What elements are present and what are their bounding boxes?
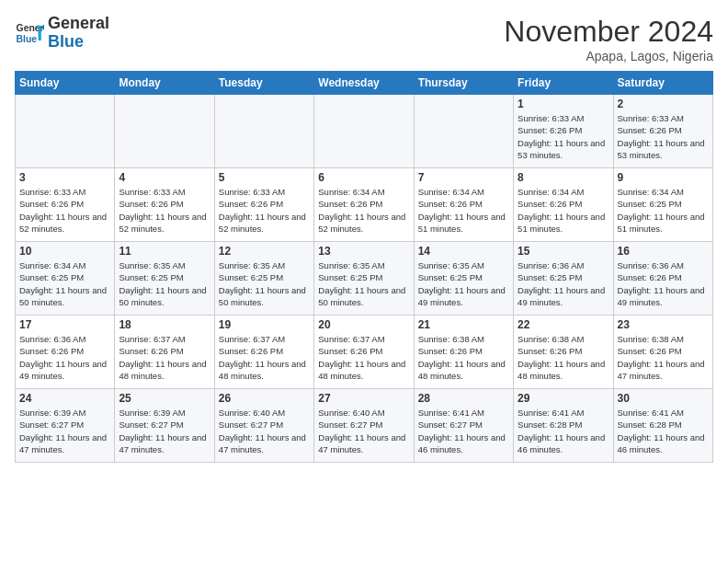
day-number: 27 — [318, 392, 409, 405]
day-info: Sunrise: 6:38 AM Sunset: 6:26 PM Dayligh… — [618, 333, 709, 382]
day-number: 3 — [19, 171, 110, 184]
day-number: 17 — [19, 318, 110, 331]
day-number: 4 — [119, 171, 210, 184]
day-number: 24 — [19, 392, 110, 405]
day-number: 8 — [518, 171, 609, 184]
calendar-body: 1Sunrise: 6:33 AM Sunset: 6:26 PM Daylig… — [16, 95, 713, 463]
week-row-4: 17Sunrise: 6:36 AM Sunset: 6:26 PM Dayli… — [16, 316, 713, 389]
day-number: 5 — [219, 171, 310, 184]
calendar-cell: 23Sunrise: 6:38 AM Sunset: 6:26 PM Dayli… — [613, 316, 712, 389]
day-header-monday: Monday — [115, 72, 214, 95]
calendar-cell: 6Sunrise: 6:34 AM Sunset: 6:26 PM Daylig… — [314, 168, 414, 242]
day-number: 30 — [618, 392, 709, 405]
svg-text:Blue: Blue — [17, 33, 38, 43]
day-info: Sunrise: 6:37 AM Sunset: 6:26 PM Dayligh… — [119, 333, 210, 382]
calendar-cell: 11Sunrise: 6:35 AM Sunset: 6:25 PM Dayli… — [115, 242, 214, 316]
calendar-cell — [414, 95, 513, 168]
day-number: 29 — [518, 392, 609, 405]
logo-icon: General Blue — [15, 18, 44, 48]
logo-text: General Blue — [48, 15, 109, 52]
day-header-wednesday: Wednesday — [314, 72, 414, 95]
location-subtitle: Apapa, Lagos, Nigeria — [504, 49, 713, 63]
day-info: Sunrise: 6:33 AM Sunset: 6:26 PM Dayligh… — [19, 186, 110, 235]
day-info: Sunrise: 6:38 AM Sunset: 6:26 PM Dayligh… — [418, 333, 509, 382]
week-row-1: 1Sunrise: 6:33 AM Sunset: 6:26 PM Daylig… — [16, 95, 713, 168]
calendar-cell: 29Sunrise: 6:41 AM Sunset: 6:28 PM Dayli… — [514, 389, 613, 463]
calendar-cell — [314, 95, 414, 168]
day-number: 2 — [618, 98, 709, 110]
calendar-cell: 1Sunrise: 6:33 AM Sunset: 6:26 PM Daylig… — [514, 95, 613, 168]
logo: General Blue General Blue — [15, 15, 109, 52]
calendar-cell: 7Sunrise: 6:34 AM Sunset: 6:26 PM Daylig… — [414, 168, 513, 242]
day-info: Sunrise: 6:33 AM Sunset: 6:26 PM Dayligh… — [518, 112, 609, 161]
day-info: Sunrise: 6:37 AM Sunset: 6:26 PM Dayligh… — [318, 333, 409, 382]
day-number: 7 — [418, 171, 509, 184]
day-number: 10 — [19, 245, 110, 258]
day-info: Sunrise: 6:33 AM Sunset: 6:26 PM Dayligh… — [219, 186, 310, 235]
day-info: Sunrise: 6:38 AM Sunset: 6:26 PM Dayligh… — [518, 333, 609, 382]
calendar-cell: 2Sunrise: 6:33 AM Sunset: 6:26 PM Daylig… — [613, 95, 712, 168]
calendar-cell: 22Sunrise: 6:38 AM Sunset: 6:26 PM Dayli… — [514, 316, 613, 389]
day-info: Sunrise: 6:35 AM Sunset: 6:25 PM Dayligh… — [418, 259, 509, 308]
day-header-saturday: Saturday — [613, 72, 712, 95]
day-number: 11 — [119, 245, 210, 258]
day-header-thursday: Thursday — [414, 72, 513, 95]
day-info: Sunrise: 6:41 AM Sunset: 6:28 PM Dayligh… — [618, 407, 709, 455]
day-info: Sunrise: 6:39 AM Sunset: 6:27 PM Dayligh… — [119, 407, 210, 455]
day-info: Sunrise: 6:40 AM Sunset: 6:27 PM Dayligh… — [318, 407, 409, 455]
calendar-cell: 24Sunrise: 6:39 AM Sunset: 6:27 PM Dayli… — [16, 389, 115, 463]
day-number: 26 — [219, 392, 310, 405]
day-header-sunday: Sunday — [16, 72, 115, 95]
calendar-cell: 5Sunrise: 6:33 AM Sunset: 6:26 PM Daylig… — [214, 168, 313, 242]
day-info: Sunrise: 6:36 AM Sunset: 6:25 PM Dayligh… — [518, 259, 609, 308]
day-info: Sunrise: 6:34 AM Sunset: 6:25 PM Dayligh… — [19, 259, 110, 308]
calendar-cell: 19Sunrise: 6:37 AM Sunset: 6:26 PM Dayli… — [214, 316, 313, 389]
day-number: 18 — [119, 318, 210, 331]
day-number: 12 — [219, 245, 310, 258]
calendar-cell — [115, 95, 214, 168]
calendar-cell: 21Sunrise: 6:38 AM Sunset: 6:26 PM Dayli… — [414, 316, 513, 389]
day-number: 22 — [518, 318, 609, 331]
calendar-cell: 3Sunrise: 6:33 AM Sunset: 6:26 PM Daylig… — [16, 168, 115, 242]
calendar-cell — [214, 95, 313, 168]
title-block: November 2024 Apapa, Lagos, Nigeria — [504, 15, 713, 63]
calendar-cell: 9Sunrise: 6:34 AM Sunset: 6:25 PM Daylig… — [613, 168, 712, 242]
day-number: 13 — [318, 245, 409, 258]
day-info: Sunrise: 6:35 AM Sunset: 6:25 PM Dayligh… — [119, 259, 210, 308]
day-info: Sunrise: 6:34 AM Sunset: 6:25 PM Dayligh… — [618, 186, 709, 235]
day-number: 19 — [219, 318, 310, 331]
calendar-cell: 8Sunrise: 6:34 AM Sunset: 6:26 PM Daylig… — [514, 168, 613, 242]
day-info: Sunrise: 6:34 AM Sunset: 6:26 PM Dayligh… — [418, 186, 509, 235]
calendar-table: SundayMondayTuesdayWednesdayThursdayFrid… — [15, 71, 713, 463]
day-info: Sunrise: 6:41 AM Sunset: 6:28 PM Dayligh… — [518, 407, 609, 455]
page-header: General Blue General Blue November 2024 … — [15, 15, 713, 63]
day-number: 21 — [418, 318, 509, 331]
week-row-2: 3Sunrise: 6:33 AM Sunset: 6:26 PM Daylig… — [16, 168, 713, 242]
day-number: 15 — [518, 245, 609, 258]
day-info: Sunrise: 6:33 AM Sunset: 6:26 PM Dayligh… — [618, 112, 709, 161]
day-number: 16 — [618, 245, 709, 258]
day-number: 6 — [318, 171, 409, 184]
week-row-3: 10Sunrise: 6:34 AM Sunset: 6:25 PM Dayli… — [16, 242, 713, 316]
day-header-friday: Friday — [514, 72, 613, 95]
day-number: 28 — [418, 392, 509, 405]
calendar-cell — [16, 95, 115, 168]
calendar-cell: 26Sunrise: 6:40 AM Sunset: 6:27 PM Dayli… — [214, 389, 313, 463]
calendar-cell: 28Sunrise: 6:41 AM Sunset: 6:27 PM Dayli… — [414, 389, 513, 463]
day-info: Sunrise: 6:33 AM Sunset: 6:26 PM Dayligh… — [119, 186, 210, 235]
calendar-cell: 25Sunrise: 6:39 AM Sunset: 6:27 PM Dayli… — [115, 389, 214, 463]
day-header-tuesday: Tuesday — [214, 72, 313, 95]
day-number: 1 — [518, 98, 609, 110]
calendar-cell: 4Sunrise: 6:33 AM Sunset: 6:26 PM Daylig… — [115, 168, 214, 242]
calendar-cell: 18Sunrise: 6:37 AM Sunset: 6:26 PM Dayli… — [115, 316, 214, 389]
day-number: 25 — [119, 392, 210, 405]
calendar-cell: 14Sunrise: 6:35 AM Sunset: 6:25 PM Dayli… — [414, 242, 513, 316]
calendar-cell: 16Sunrise: 6:36 AM Sunset: 6:26 PM Dayli… — [613, 242, 712, 316]
day-info: Sunrise: 6:39 AM Sunset: 6:27 PM Dayligh… — [19, 407, 110, 455]
month-title: November 2024 — [504, 15, 713, 49]
calendar-cell: 12Sunrise: 6:35 AM Sunset: 6:25 PM Dayli… — [214, 242, 313, 316]
day-info: Sunrise: 6:34 AM Sunset: 6:26 PM Dayligh… — [518, 186, 609, 235]
calendar-cell: 27Sunrise: 6:40 AM Sunset: 6:27 PM Dayli… — [314, 389, 414, 463]
day-info: Sunrise: 6:36 AM Sunset: 6:26 PM Dayligh… — [618, 259, 709, 308]
day-number: 20 — [318, 318, 409, 331]
